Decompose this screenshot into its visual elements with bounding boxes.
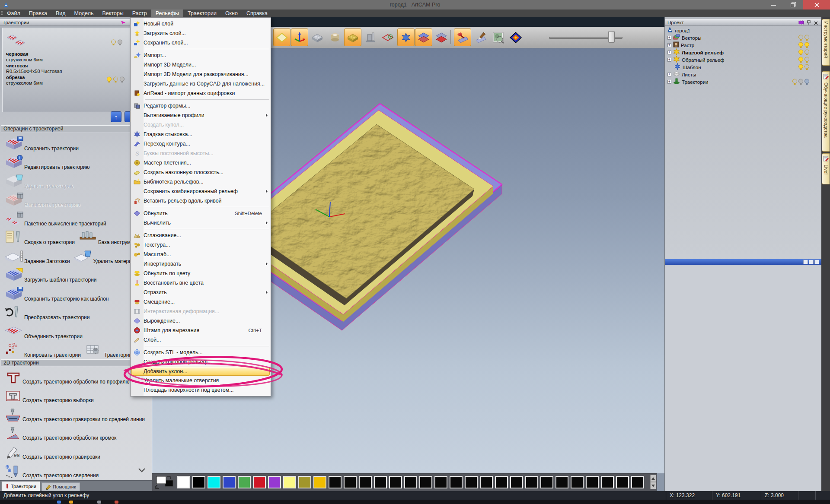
- palette-swatch-13[interactable]: [374, 476, 387, 488]
- pane-button-1[interactable]: [809, 260, 814, 264]
- pane-button-0[interactable]: [814, 260, 819, 264]
- palette-swatch-24[interactable]: [540, 476, 553, 488]
- menu-item-37[interactable]: Удалить маленькие отверстия: [131, 376, 271, 385]
- op-transform[interactable]: Преобразовать траектории: [4, 305, 90, 322]
- op-batch[interactable]: Пакетное вычисление траекторий: [4, 212, 106, 228]
- op-stock[interactable]: Задание Заготовки: [4, 249, 70, 266]
- menu-item-35[interactable]: Создать круговой рельеф...: [131, 357, 271, 367]
- toolbar-machine-button[interactable]: [362, 29, 379, 46]
- palette-swatch-3[interactable]: [223, 476, 236, 488]
- toolbar-view-axes-button[interactable]: [291, 29, 308, 46]
- menu-item-22[interactable]: Сглаживание...: [131, 231, 271, 240]
- color-selector[interactable]: [154, 475, 175, 490]
- tree-item-Шаблон[interactable]: Шаблон: [667, 63, 821, 71]
- menubar-item-Траектории[interactable]: Траектории: [183, 10, 221, 17]
- restore-button[interactable]: [783, 0, 803, 10]
- toolbar-cylinder-button[interactable]: [326, 29, 344, 46]
- op-loadtpl[interactable]: Загрузить шаблон траектории: [4, 268, 97, 284]
- tree-item-Обратный рельеф[interactable]: +Обратный рельеф: [667, 56, 821, 63]
- menu-item-19[interactable]: Вставить рельеф вдоль кривой: [131, 196, 271, 206]
- palette-swatch-19[interactable]: [465, 476, 478, 488]
- menubar-item-Файл[interactable]: Файл: [3, 10, 25, 17]
- menu-item-12[interactable]: Гладкая стыковка...: [131, 130, 271, 139]
- toolbar-view-plane-button[interactable]: [273, 29, 290, 46]
- menu-item-25[interactable]: Инвертировать: [131, 259, 271, 269]
- tree-item-Лицевой рельеф[interactable]: +Лицевой рельеф: [667, 49, 821, 56]
- palette-swatch-22[interactable]: [510, 476, 523, 488]
- palette-swatch-6[interactable]: [268, 476, 281, 488]
- toolpath-tool[interactable]: стружколом 6мм: [6, 80, 43, 86]
- taskbar-icon[interactable]: [97, 501, 101, 504]
- menu-item-23[interactable]: Текстура...: [131, 240, 271, 250]
- tree-item-Листы[interactable]: +Листы: [667, 71, 821, 78]
- panel-flag-icon[interactable]: [121, 20, 126, 25]
- side-tab-Обучающие руководства[interactable]: Обучающие руководства: [822, 71, 830, 152]
- menu-item-3[interactable]: Сохранить слой...: [131, 38, 271, 48]
- menu-item-33[interactable]: Слой...: [131, 335, 271, 345]
- tree-expand-icon[interactable]: +: [667, 58, 671, 62]
- menu-item-14[interactable]: SБуквы постоянной высоты...: [131, 149, 271, 158]
- menubar-item-Окно[interactable]: Окно: [221, 10, 242, 17]
- menu-item-7[interactable]: Загрузить данные из CopyCAD для наложени…: [131, 79, 271, 89]
- menu-item-11[interactable]: Создать купол...: [131, 120, 271, 130]
- tree-item-Растр[interactable]: +Растр: [667, 41, 821, 49]
- palette-swatch-10[interactable]: [329, 476, 342, 488]
- close-button[interactable]: [803, 0, 830, 10]
- toolbar-relief-gold-button[interactable]: [344, 29, 361, 46]
- taskbar-icon[interactable]: [115, 501, 118, 504]
- menu-item-29[interactable]: Смещение...: [131, 297, 271, 307]
- help-book-icon[interactable]: [798, 20, 804, 27]
- palette-swatch-5[interactable]: [253, 476, 266, 488]
- taskbar-icon[interactable]: [57, 501, 61, 504]
- tree-expand-icon[interactable]: +: [667, 73, 671, 76]
- tree-item-Траектории[interactable]: +Траектории: [667, 78, 821, 86]
- docked-pane-titlebar[interactable]: [665, 259, 821, 265]
- palette-swatch-18[interactable]: [450, 476, 463, 488]
- side-tab-Инструментарий[interactable]: Инструментарий: [822, 19, 830, 66]
- toolbar-gradient-diamond-button[interactable]: [507, 29, 524, 46]
- op-drillpath[interactable]: Создать траекторию сверления: [4, 464, 99, 480]
- palette-swatch-27[interactable]: [586, 476, 599, 488]
- op-savetpl[interactable]: Сохранить траекторию как шаблон: [4, 287, 109, 303]
- op-delmat[interactable]: Удалить материал: [73, 249, 138, 266]
- toolbar-layers-blue-button[interactable]: [415, 29, 432, 46]
- menu-item-18[interactable]: Сохранить комбинированный рельеф: [131, 187, 271, 196]
- palette-swatch-11[interactable]: [344, 476, 357, 488]
- palette-swatch-26[interactable]: [571, 476, 584, 488]
- palette-swatch-23[interactable]: [525, 476, 538, 488]
- palette-swatch-25[interactable]: [555, 476, 568, 488]
- palette-swatch-20[interactable]: [480, 476, 493, 488]
- pin-icon[interactable]: [807, 20, 811, 27]
- menu-item-17[interactable]: Библиотека рельефов...: [131, 177, 271, 187]
- toolpath-visibility-bulbs[interactable]: [111, 39, 123, 46]
- menubar-item-Модель[interactable]: Модель: [70, 10, 98, 17]
- menu-item-5[interactable]: Импорт 3D Модели...: [131, 60, 271, 70]
- toolpath-list[interactable]: черноваястружколом 6ммчистоваяR0.5x15xФ4…: [2, 28, 149, 112]
- op-summary[interactable]: Сводка о траектории: [4, 230, 75, 247]
- palette-swatch-16[interactable]: [419, 476, 432, 488]
- menubar-item-Векторы[interactable]: Векторы: [98, 10, 128, 17]
- palette-swatch-4[interactable]: [238, 476, 251, 488]
- toolbar-relief-gray-button[interactable]: [309, 29, 326, 46]
- op-edit[interactable]: iРедактировать траекторию: [4, 155, 90, 171]
- menu-item-1[interactable]: Новый слой: [131, 19, 271, 29]
- palette-swatch-12[interactable]: [359, 476, 372, 488]
- menu-item-26[interactable]: Обнулить по цвету: [131, 269, 271, 278]
- toolpath-name[interactable]: обрезка: [6, 75, 25, 80]
- palette-swatch-1[interactable]: [192, 476, 205, 488]
- tree-visibility-bulbs[interactable]: [798, 42, 810, 49]
- menu-item-20[interactable]: ОбнулитьShift+Delete: [131, 209, 271, 218]
- taskbar-icon[interactable]: [69, 501, 73, 504]
- menubar-item-Справка[interactable]: Справка: [242, 10, 272, 17]
- menu-item-10[interactable]: Вытягиваемые профили: [131, 111, 271, 120]
- menu-item-4[interactable]: Импорт...: [131, 51, 271, 60]
- palette-swatch-14[interactable]: [389, 476, 402, 488]
- palette-swatch-29[interactable]: [616, 476, 629, 488]
- menu-item-9[interactable]: Редактор формы...: [131, 101, 271, 111]
- op-engrave[interactable]: eaСоздать траекторию гравировки: [4, 446, 100, 461]
- zoom-slider-handle[interactable]: [608, 31, 615, 43]
- palette-swatch-28[interactable]: [601, 476, 614, 488]
- menu-item-27[interactable]: Восстановить вне цвета: [131, 278, 271, 288]
- tree-visibility-bulbs[interactable]: [798, 35, 810, 41]
- panel-close-icon[interactable]: [814, 20, 818, 27]
